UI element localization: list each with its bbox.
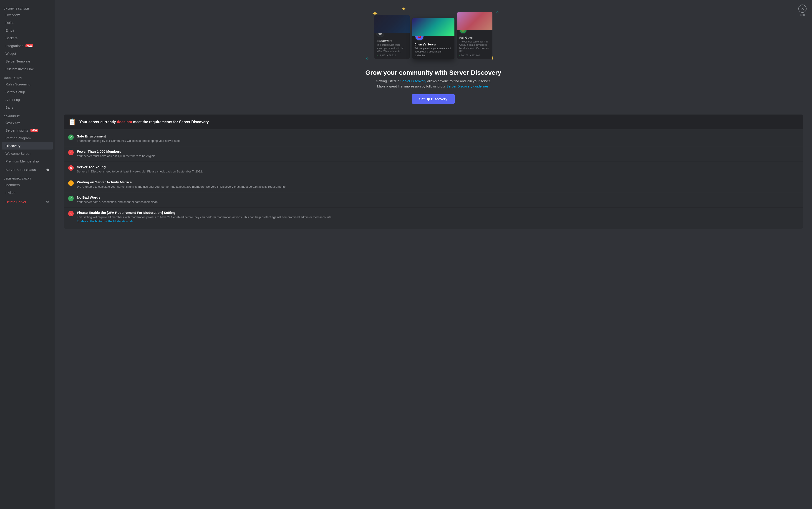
fallguys-name: Fall Guys <box>460 36 490 39</box>
sidebar-item-welcome-screen[interactable]: Welcome Screen <box>2 150 53 157</box>
cherry-name: Cherry's Server <box>415 43 452 46</box>
req-title-2fa: Please Enable the [2FA Requirement For M… <box>77 211 332 214</box>
sidebar-item-audit-log[interactable]: Audit Log <box>2 96 53 103</box>
sidebar-item-partner-program[interactable]: Partner Program <box>2 134 53 142</box>
req-item-activity: ! Waiting on Server Activity Metrics We'… <box>64 177 803 192</box>
starwars-card[interactable]: ⚪ /r/StarWars The official Star Wars ser… <box>374 15 410 59</box>
sidebar-item-custom-invite-link[interactable]: Custom Invite Link <box>2 65 53 73</box>
cherry-body: Cherry's Server Tell people what your se… <box>412 41 455 59</box>
req-desc-fewer: Your server must have at least 1,000 mem… <box>77 154 156 158</box>
requirements-header-text: Your server currently does not meet the … <box>80 120 209 124</box>
req-header-part2: meet the requirements for Server Discove… <box>132 120 209 124</box>
req-item-fewer-members: ✕ Fewer Than 1,000 Members Your server m… <box>64 146 803 162</box>
sidebar-item-emoji[interactable]: Emoji <box>2 27 53 34</box>
server-discovery-link-1[interactable]: Server Discovery <box>400 79 426 83</box>
subtitle-part1: Getting listed in <box>376 79 400 83</box>
esc-button[interactable]: ✕ ESC <box>798 5 807 16</box>
req-status-safe: ✓ <box>68 135 74 140</box>
fallguys-members: 273,660 <box>470 54 480 57</box>
discovery-preview-section: ✦ ★ ✦ ⁘ ⁘ ⚪ /r/StarWars The official Sta… <box>55 0 812 69</box>
req-desc-2fa: This setting will require all members wi… <box>77 215 332 224</box>
req-title-activity: Waiting on Server Activity Metrics <box>77 180 286 184</box>
sidebar-item-roles[interactable]: Roles <box>2 19 53 26</box>
subtitle-part2: allows anyone to find and join your serv… <box>426 79 491 83</box>
sidebar-item-delete-server[interactable]: Delete Server 🗑 <box>2 198 53 206</box>
sidebar-item-label: Invites <box>5 191 15 195</box>
sidebar: CHERRY'S SERVER Overview Roles Emoji Sti… <box>0 0 55 509</box>
sidebar-item-integrations[interactable]: Integrations NEW <box>2 42 53 49</box>
sidebar-item-server-insights[interactable]: Server Insights NEW <box>2 127 53 134</box>
sidebar-item-discovery[interactable]: Discovery <box>2 142 53 149</box>
sidebar-item-rules-screening[interactable]: Rules Screening <box>2 80 53 88</box>
server-cards-row: ✦ ★ ✦ ⁘ ⁘ ⚪ /r/StarWars The official Sta… <box>365 7 502 64</box>
esc-circle-icon: ✕ <box>798 5 807 13</box>
starwars-banner <box>374 15 410 33</box>
user-management-section-label: USER MANAGEMENT <box>0 174 55 181</box>
fallguys-stats: 50,278 273,660 <box>460 54 490 57</box>
req-content-words: No Bad Words Your server name, descripti… <box>77 195 159 204</box>
sidebar-item-label: Roles <box>5 21 14 25</box>
sidebar-item-widget[interactable]: Widget <box>2 50 53 57</box>
sidebar-item-label: Widget <box>5 52 16 56</box>
sidebar-item-label: Rules Screening <box>5 82 30 86</box>
fallguys-desc: The Official server for Fall Guys, a gam… <box>460 40 490 53</box>
subtitle-part4: . <box>489 84 490 88</box>
cherry-desc: Tell people what your server's all about… <box>415 47 452 54</box>
sidebar-item-label: Delete Server <box>5 200 26 204</box>
starwars-members: 69,520 <box>387 54 396 57</box>
fallguys-card[interactable]: 🟢 Fall Guys The Official server for Fall… <box>457 12 493 59</box>
req-item-server-too-young: ✕ Server Too Young Servers in Discovery … <box>64 162 803 177</box>
discovery-title: Grow your community with Server Discover… <box>64 69 803 76</box>
sidebar-item-label: Overview <box>5 13 20 17</box>
sidebar-item-label: Server Boost Status <box>5 168 36 172</box>
cherry-banner <box>412 18 455 36</box>
sidebar-item-bans[interactable]: Bans <box>2 104 53 111</box>
req-status-fewer: ✕ <box>68 150 74 155</box>
server-discovery-link-2[interactable]: Server Discovery guidelines <box>446 84 489 88</box>
sparkle-icon-2: ★ <box>402 6 406 11</box>
trash-icon: 🗑 <box>46 200 49 204</box>
enable-2fa-link[interactable]: Enable at the bottom of the Moderation t… <box>77 219 133 223</box>
community-section-label: COMMUNITY <box>0 111 55 118</box>
requirements-list: ✓ Safe Environment Thanks for abiding by… <box>64 129 803 228</box>
req-header-does-not: does not <box>117 120 132 124</box>
req-content-safe: Safe Environment Thanks for abiding by o… <box>77 134 181 143</box>
req-desc-words: Your server name, description, and chann… <box>77 200 159 204</box>
cherry-card[interactable]: 🍒 Cherry's Server Tell people what your … <box>412 18 455 59</box>
sidebar-item-premium-membership[interactable]: Premium Membership <box>2 158 53 165</box>
sidebar-item-overview-community[interactable]: Overview <box>2 119 53 126</box>
setup-discovery-button[interactable]: Set Up Discovery <box>412 94 455 104</box>
cherry-member-count: 1 Member <box>415 54 452 57</box>
sidebar-item-label: Premium Membership <box>5 159 39 163</box>
sidebar-item-server-boost-status[interactable]: Server Boost Status ⬟ <box>2 166 53 173</box>
req-content-2fa: Please Enable the [2FA Requirement For M… <box>77 211 332 224</box>
sidebar-item-members[interactable]: Members <box>2 181 53 189</box>
fallguys-body: Fall Guys The Official server for Fall G… <box>457 34 493 59</box>
sidebar-item-label: Emoji <box>5 28 14 32</box>
requirements-header: 📋 Your server currently does not meet th… <box>64 114 803 129</box>
discovery-text-section: Grow your community with Server Discover… <box>55 69 812 94</box>
moderation-section-label: MODERATION <box>0 73 55 80</box>
req-content-young: Server Too Young Servers in Discovery ne… <box>77 165 203 174</box>
sidebar-item-server-template[interactable]: Server Template <box>2 58 53 65</box>
req-content-fewer: Fewer Than 1,000 Members Your server mus… <box>77 149 156 158</box>
esc-label: ESC <box>800 13 805 16</box>
new-badge-insights: NEW <box>30 129 38 132</box>
fallguys-banner <box>457 12 493 30</box>
sidebar-item-stickers[interactable]: Stickers <box>2 34 53 42</box>
sidebar-item-label: Safety Setup <box>5 90 25 94</box>
sidebar-item-safety-setup[interactable]: Safety Setup <box>2 88 53 96</box>
req-item-no-bad-words: ✓ No Bad Words Your server name, descrip… <box>64 192 803 207</box>
sidebar-item-label: Integrations <box>5 44 23 48</box>
sidebar-item-label: Members <box>5 183 20 187</box>
sidebar-item-label: Server Insights <box>5 128 28 132</box>
sidebar-item-label: Overview <box>5 121 20 125</box>
sidebar-item-label: Stickers <box>5 36 18 40</box>
sidebar-item-invites[interactable]: Invites <box>2 189 53 196</box>
sidebar-item-overview-top[interactable]: Overview <box>2 11 53 19</box>
fallguys-online: 50,278 <box>460 54 468 57</box>
req-item-2fa: ✕ Please Enable the [2FA Requirement For… <box>64 207 803 227</box>
new-badge: NEW <box>26 44 33 47</box>
starwars-online: 19,812 <box>377 54 385 57</box>
dots-icon: ⁘ <box>495 9 499 15</box>
